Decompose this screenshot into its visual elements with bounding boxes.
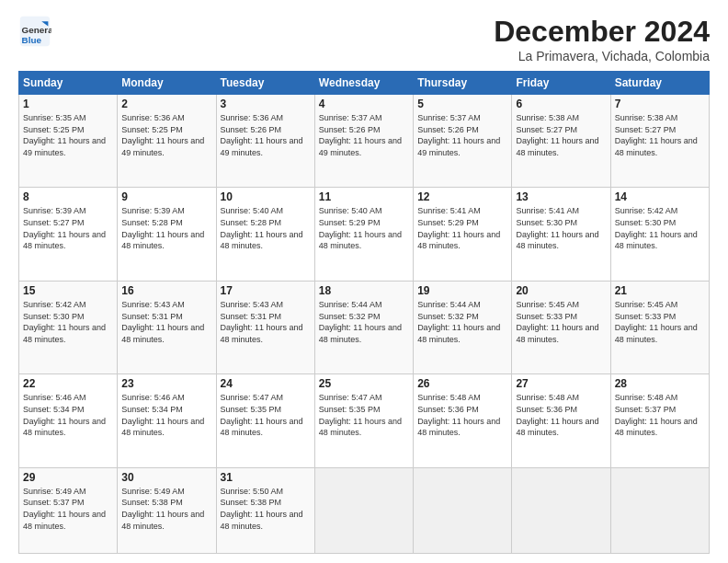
svg-text:General: General [22,25,51,35]
day-info: Sunrise: 5:37 AMSunset: 5:26 PMDaylight:… [417,112,507,158]
day-number: 20 [516,284,606,297]
day-info: Sunrise: 5:45 AMSunset: 5:33 PMDaylight:… [615,299,705,345]
header: General Blue December 2024 La Primavera,… [18,15,710,63]
day-number: 4 [319,98,409,110]
page: General Blue December 2024 La Primavera,… [0,0,728,563]
day-info: Sunrise: 5:38 AMSunset: 5:27 PMDaylight:… [615,112,705,158]
table-row: 18 Sunrise: 5:44 AMSunset: 5:32 PMDaylig… [314,281,413,373]
day-info: Sunrise: 5:39 AMSunset: 5:28 PMDaylight:… [121,205,211,251]
calendar-week-3: 22 Sunrise: 5:46 AMSunset: 5:34 PMDaylig… [19,374,710,467]
day-info: Sunrise: 5:41 AMSunset: 5:29 PMDaylight:… [417,205,507,251]
svg-text:Blue: Blue [22,35,42,45]
day-info: Sunrise: 5:48 AMSunset: 5:37 PMDaylight:… [615,392,705,438]
table-row: 25 Sunrise: 5:47 AMSunset: 5:35 PMDaylig… [314,374,413,467]
table-row: 26 Sunrise: 5:48 AMSunset: 5:36 PMDaylig… [414,374,512,467]
day-info: Sunrise: 5:40 AMSunset: 5:28 PMDaylight:… [221,205,311,251]
day-info: Sunrise: 5:36 AMSunset: 5:25 PMDaylight:… [121,112,211,158]
day-number: 1 [23,98,113,110]
day-number: 13 [516,190,606,203]
table-row [610,467,709,553]
day-info: Sunrise: 5:49 AMSunset: 5:37 PMDaylight:… [23,486,113,532]
day-number: 26 [417,377,507,390]
day-info: Sunrise: 5:43 AMSunset: 5:31 PMDaylight:… [221,299,311,345]
day-number: 30 [121,471,211,484]
day-info: Sunrise: 5:37 AMSunset: 5:26 PMDaylight:… [319,112,409,158]
day-info: Sunrise: 5:50 AMSunset: 5:38 PMDaylight:… [221,486,311,532]
calendar-week-1: 8 Sunrise: 5:39 AMSunset: 5:27 PMDayligh… [19,188,710,281]
col-tuesday: Tuesday [216,72,314,95]
table-row: 21 Sunrise: 5:45 AMSunset: 5:33 PMDaylig… [610,281,709,373]
table-row: 30 Sunrise: 5:49 AMSunset: 5:38 PMDaylig… [118,467,216,553]
day-number: 7 [615,98,705,110]
day-number: 21 [615,284,705,297]
day-info: Sunrise: 5:36 AMSunset: 5:26 PMDaylight:… [221,112,311,158]
table-row: 2 Sunrise: 5:36 AMSunset: 5:25 PMDayligh… [118,95,216,188]
day-info: Sunrise: 5:39 AMSunset: 5:27 PMDaylight:… [23,205,113,251]
table-row: 20 Sunrise: 5:45 AMSunset: 5:33 PMDaylig… [512,281,610,373]
table-row [414,467,512,553]
calendar-week-4: 29 Sunrise: 5:49 AMSunset: 5:37 PMDaylig… [19,467,710,553]
logo-svg: General Blue [18,15,51,48]
table-row: 17 Sunrise: 5:43 AMSunset: 5:31 PMDaylig… [216,281,314,373]
day-number: 31 [221,471,311,484]
day-info: Sunrise: 5:49 AMSunset: 5:38 PMDaylight:… [121,486,211,532]
table-row: 27 Sunrise: 5:48 AMSunset: 5:36 PMDaylig… [512,374,610,467]
day-info: Sunrise: 5:38 AMSunset: 5:27 PMDaylight:… [516,112,606,158]
col-monday: Monday [118,72,216,95]
day-number: 9 [121,190,211,203]
table-row: 9 Sunrise: 5:39 AMSunset: 5:28 PMDayligh… [118,188,216,281]
day-number: 29 [23,471,113,484]
day-number: 22 [23,377,113,390]
table-row: 8 Sunrise: 5:39 AMSunset: 5:27 PMDayligh… [19,188,118,281]
day-number: 10 [221,190,311,203]
day-number: 23 [121,377,211,390]
day-number: 2 [121,98,211,110]
day-info: Sunrise: 5:48 AMSunset: 5:36 PMDaylight:… [417,392,507,438]
day-info: Sunrise: 5:44 AMSunset: 5:32 PMDaylight:… [417,299,507,345]
day-number: 25 [319,377,409,390]
table-row: 16 Sunrise: 5:43 AMSunset: 5:31 PMDaylig… [118,281,216,373]
table-row: 13 Sunrise: 5:41 AMSunset: 5:30 PMDaylig… [512,188,610,281]
day-number: 3 [221,98,311,110]
table-row: 1 Sunrise: 5:35 AMSunset: 5:25 PMDayligh… [19,95,118,188]
table-row: 28 Sunrise: 5:48 AMSunset: 5:37 PMDaylig… [610,374,709,467]
day-number: 24 [221,377,311,390]
calendar-week-2: 15 Sunrise: 5:42 AMSunset: 5:30 PMDaylig… [19,281,710,373]
day-number: 28 [615,377,705,390]
table-row: 6 Sunrise: 5:38 AMSunset: 5:27 PMDayligh… [512,95,610,188]
day-number: 15 [23,284,113,297]
month-title: December 2024 [494,15,710,49]
day-number: 19 [417,284,507,297]
header-row: Sunday Monday Tuesday Wednesday Thursday… [19,72,710,95]
day-number: 16 [121,284,211,297]
table-row: 10 Sunrise: 5:40 AMSunset: 5:28 PMDaylig… [216,188,314,281]
day-number: 6 [516,98,606,110]
col-friday: Friday [512,72,610,95]
table-row: 4 Sunrise: 5:37 AMSunset: 5:26 PMDayligh… [314,95,413,188]
day-info: Sunrise: 5:48 AMSunset: 5:36 PMDaylight:… [516,392,606,438]
table-row: 23 Sunrise: 5:46 AMSunset: 5:34 PMDaylig… [118,374,216,467]
col-sunday: Sunday [19,72,118,95]
day-info: Sunrise: 5:44 AMSunset: 5:32 PMDaylight:… [319,299,409,345]
day-number: 14 [615,190,705,203]
table-row: 31 Sunrise: 5:50 AMSunset: 5:38 PMDaylig… [216,467,314,553]
table-row: 14 Sunrise: 5:42 AMSunset: 5:30 PMDaylig… [610,188,709,281]
table-row: 19 Sunrise: 5:44 AMSunset: 5:32 PMDaylig… [414,281,512,373]
day-number: 12 [417,190,507,203]
day-info: Sunrise: 5:42 AMSunset: 5:30 PMDaylight:… [615,205,705,251]
table-row: 15 Sunrise: 5:42 AMSunset: 5:30 PMDaylig… [19,281,118,373]
day-number: 17 [221,284,311,297]
calendar-week-0: 1 Sunrise: 5:35 AMSunset: 5:25 PMDayligh… [19,95,710,188]
day-info: Sunrise: 5:41 AMSunset: 5:30 PMDaylight:… [516,205,606,251]
table-row: 29 Sunrise: 5:49 AMSunset: 5:37 PMDaylig… [19,467,118,553]
day-info: Sunrise: 5:45 AMSunset: 5:33 PMDaylight:… [516,299,606,345]
day-number: 18 [319,284,409,297]
day-number: 8 [23,190,113,203]
col-saturday: Saturday [610,72,709,95]
day-info: Sunrise: 5:40 AMSunset: 5:29 PMDaylight:… [319,205,409,251]
calendar-table: Sunday Monday Tuesday Wednesday Thursday… [18,71,710,554]
day-number: 11 [319,190,409,203]
table-row: 22 Sunrise: 5:46 AMSunset: 5:34 PMDaylig… [19,374,118,467]
day-info: Sunrise: 5:35 AMSunset: 5:25 PMDaylight:… [23,112,113,158]
day-info: Sunrise: 5:42 AMSunset: 5:30 PMDaylight:… [23,299,113,345]
